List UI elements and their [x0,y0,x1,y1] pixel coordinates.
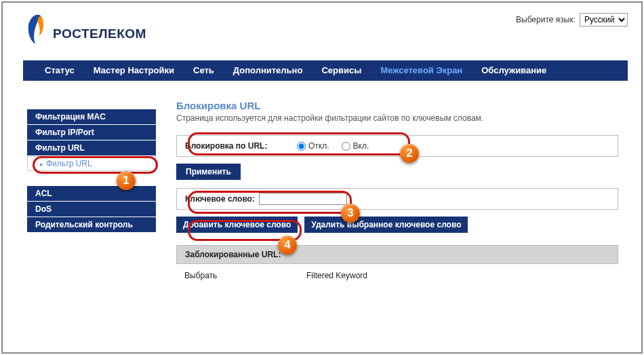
logo: РОСТЕЛЕКОМ [23,13,146,45]
radio-off-label: Откл. [308,141,329,151]
nav-status[interactable]: Статус [35,60,84,81]
sidebar-url-filter-sub[interactable]: Фильтр URL [27,156,156,171]
radio-on[interactable] [342,142,350,151]
col-keyword: Filtered Keyword [306,271,367,280]
nav-services[interactable]: Сервисы [312,60,371,81]
page-title: Блокировка URL [176,100,618,111]
nav-advanced[interactable]: Дополнительно [224,60,313,81]
url-block-label: Блокировка по URL: [185,141,277,151]
nav-network[interactable]: Сеть [184,60,224,81]
keyword-row: Ключевое слово: [176,188,618,210]
radio-off[interactable] [297,142,306,151]
sidebar: Фильтрация MAC Фильтр IP/Port Фильтр URL… [27,100,156,293]
brand-name: РОСТЕЛЕКОМ [53,26,146,41]
keyword-label: Ключевое слово: [185,194,255,204]
blocked-header: Заблокированные URL: [176,245,618,264]
nav-wizard[interactable]: Мастер Настройки [84,60,184,81]
sidebar-url-filter[interactable]: Фильтр URL [27,141,156,156]
main-nav: Статус Мастер Настройки Сеть Дополнитель… [23,60,628,81]
radio-on-label: Вкл. [353,141,369,151]
table-row: Выбрать Filtered Keyword [176,264,618,293]
radio-on-wrap[interactable]: Вкл. [342,141,369,151]
col-select: Выбрать [184,271,306,280]
sidebar-ipport-filter[interactable]: Фильтр IP/Port [27,125,156,141]
sidebar-parental[interactable]: Родительский контроль [27,217,156,233]
apply-button[interactable]: Применить [176,164,241,180]
language-selector: Выберите язык: Русский [516,13,628,26]
radio-off-wrap[interactable]: Откл. [297,141,329,151]
lang-select[interactable]: Русский [580,13,628,26]
sidebar-dos[interactable]: DoS [27,202,156,217]
page-desc: Страница используется для настройки филь… [176,113,618,123]
nav-firewall[interactable]: Межсетевой Экран [371,60,472,81]
sidebar-mac-filter[interactable]: Фильтрация MAC [27,109,156,125]
content: Блокировка URL Страница используется для… [176,100,618,293]
lang-label: Выберите язык: [516,15,576,24]
url-block-row: Блокировка по URL: Откл. Вкл. [176,135,618,157]
nav-maintenance[interactable]: Обслуживание [472,60,556,81]
sidebar-acl[interactable]: ACL [27,186,156,202]
add-keyword-button[interactable]: Добавить ключевое слово [176,217,298,233]
logo-icon [23,13,47,45]
keyword-input[interactable] [259,193,347,205]
delete-keyword-button[interactable]: Удалить выбранное ключевое слово [304,217,468,233]
